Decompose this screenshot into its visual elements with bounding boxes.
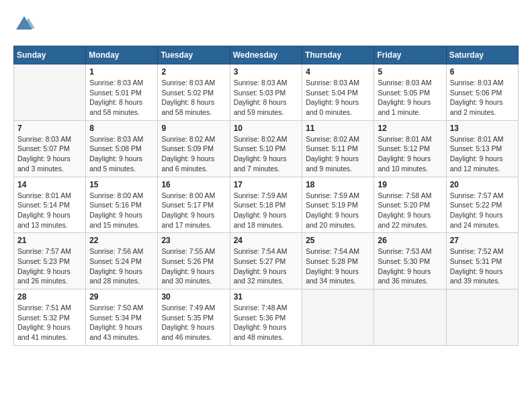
day-info: Sunrise: 8:01 AMSunset: 5:14 PMDaylight:… bbox=[17, 191, 82, 230]
header-sunday: Sunday bbox=[14, 46, 86, 64]
day-number: 17 bbox=[234, 180, 299, 189]
calendar-week-row: 28Sunrise: 7:51 AMSunset: 5:32 PMDayligh… bbox=[14, 289, 519, 346]
calendar-cell: 5Sunrise: 8:03 AMSunset: 5:05 PMDaylight… bbox=[374, 64, 446, 121]
calendar-header-row: SundayMondayTuesdayWednesdayThursdayFrid… bbox=[14, 46, 519, 64]
day-number: 25 bbox=[306, 236, 370, 245]
calendar-cell: 3Sunrise: 8:03 AMSunset: 5:03 PMDaylight… bbox=[230, 64, 302, 121]
calendar-cell: 28Sunrise: 7:51 AMSunset: 5:32 PMDayligh… bbox=[14, 289, 86, 346]
calendar-cell: 27Sunrise: 7:52 AMSunset: 5:31 PMDayligh… bbox=[446, 233, 518, 289]
calendar-cell bbox=[14, 64, 86, 121]
calendar-cell: 30Sunrise: 7:49 AMSunset: 5:35 PMDayligh… bbox=[158, 289, 230, 346]
calendar-cell: 21Sunrise: 7:57 AMSunset: 5:23 PMDayligh… bbox=[14, 233, 86, 289]
day-number: 30 bbox=[161, 292, 226, 302]
day-number: 14 bbox=[17, 180, 82, 189]
calendar-week-row: 14Sunrise: 8:01 AMSunset: 5:14 PMDayligh… bbox=[14, 177, 519, 233]
day-info: Sunrise: 8:03 AMSunset: 5:04 PMDaylight:… bbox=[306, 78, 370, 118]
calendar-cell: 22Sunrise: 7:56 AMSunset: 5:24 PMDayligh… bbox=[86, 233, 158, 289]
day-number: 31 bbox=[234, 292, 299, 302]
day-number: 8 bbox=[89, 124, 154, 133]
calendar-cell: 11Sunrise: 8:02 AMSunset: 5:11 PMDayligh… bbox=[302, 120, 374, 177]
calendar-cell: 29Sunrise: 7:50 AMSunset: 5:34 PMDayligh… bbox=[86, 289, 158, 346]
day-number: 2 bbox=[161, 67, 226, 77]
calendar-cell: 25Sunrise: 7:54 AMSunset: 5:28 PMDayligh… bbox=[302, 233, 374, 289]
header-thursday: Thursday bbox=[302, 46, 374, 64]
day-number: 19 bbox=[378, 180, 442, 189]
calendar-cell: 26Sunrise: 7:53 AMSunset: 5:30 PMDayligh… bbox=[374, 233, 446, 289]
day-number: 7 bbox=[17, 124, 82, 133]
day-number: 5 bbox=[378, 67, 442, 77]
day-number: 26 bbox=[378, 236, 442, 245]
calendar-cell: 15Sunrise: 8:00 AMSunset: 5:16 PMDayligh… bbox=[86, 177, 158, 233]
logo bbox=[13, 13, 38, 35]
day-info: Sunrise: 8:02 AMSunset: 5:09 PMDaylight:… bbox=[161, 134, 226, 174]
calendar-cell: 2Sunrise: 8:03 AMSunset: 5:02 PMDaylight… bbox=[158, 64, 230, 121]
calendar-cell: 17Sunrise: 7:59 AMSunset: 5:18 PMDayligh… bbox=[230, 177, 302, 233]
day-info: Sunrise: 7:57 AMSunset: 5:22 PMDaylight:… bbox=[450, 191, 515, 230]
calendar-cell: 1Sunrise: 8:03 AMSunset: 5:01 PMDaylight… bbox=[86, 64, 158, 121]
day-info: Sunrise: 8:03 AMSunset: 5:01 PMDaylight:… bbox=[89, 78, 154, 118]
calendar-cell: 19Sunrise: 7:58 AMSunset: 5:20 PMDayligh… bbox=[374, 177, 446, 233]
calendar-cell: 10Sunrise: 8:02 AMSunset: 5:10 PMDayligh… bbox=[230, 120, 302, 177]
day-info: Sunrise: 8:02 AMSunset: 5:11 PMDaylight:… bbox=[306, 134, 370, 174]
day-info: Sunrise: 7:59 AMSunset: 5:18 PMDaylight:… bbox=[234, 191, 299, 230]
day-info: Sunrise: 8:03 AMSunset: 5:05 PMDaylight:… bbox=[378, 78, 442, 118]
day-number: 20 bbox=[450, 180, 515, 189]
calendar-cell: 18Sunrise: 7:59 AMSunset: 5:19 PMDayligh… bbox=[302, 177, 374, 233]
calendar-week-row: 7Sunrise: 8:03 AMSunset: 5:07 PMDaylight… bbox=[14, 120, 519, 177]
day-info: Sunrise: 7:50 AMSunset: 5:34 PMDaylight:… bbox=[89, 303, 154, 342]
day-number: 12 bbox=[378, 124, 442, 133]
day-info: Sunrise: 8:00 AMSunset: 5:16 PMDaylight:… bbox=[89, 191, 154, 230]
day-number: 4 bbox=[306, 67, 370, 77]
day-info: Sunrise: 7:54 AMSunset: 5:28 PMDaylight:… bbox=[306, 246, 370, 286]
day-number: 23 bbox=[161, 236, 226, 245]
day-number: 15 bbox=[89, 180, 154, 189]
day-number: 13 bbox=[450, 124, 515, 133]
day-number: 11 bbox=[306, 124, 370, 133]
day-info: Sunrise: 8:00 AMSunset: 5:17 PMDaylight:… bbox=[161, 191, 226, 230]
day-info: Sunrise: 8:03 AMSunset: 5:07 PMDaylight:… bbox=[17, 134, 82, 174]
calendar-cell: 23Sunrise: 7:55 AMSunset: 5:26 PMDayligh… bbox=[158, 233, 230, 289]
day-number: 18 bbox=[306, 180, 370, 189]
calendar-cell bbox=[374, 289, 446, 346]
day-number: 24 bbox=[234, 236, 299, 245]
calendar-cell bbox=[302, 289, 374, 346]
day-info: Sunrise: 8:01 AMSunset: 5:12 PMDaylight:… bbox=[378, 134, 442, 174]
day-info: Sunrise: 7:53 AMSunset: 5:30 PMDaylight:… bbox=[378, 246, 442, 286]
day-info: Sunrise: 7:52 AMSunset: 5:31 PMDaylight:… bbox=[450, 246, 515, 286]
calendar-cell: 7Sunrise: 8:03 AMSunset: 5:07 PMDaylight… bbox=[14, 120, 86, 177]
header-monday: Monday bbox=[86, 46, 158, 64]
day-info: Sunrise: 8:03 AMSunset: 5:08 PMDaylight:… bbox=[89, 134, 154, 174]
day-info: Sunrise: 7:56 AMSunset: 5:24 PMDaylight:… bbox=[89, 246, 154, 286]
day-info: Sunrise: 7:49 AMSunset: 5:35 PMDaylight:… bbox=[161, 303, 226, 342]
day-number: 3 bbox=[234, 67, 299, 77]
calendar-cell: 9Sunrise: 8:02 AMSunset: 5:09 PMDaylight… bbox=[158, 120, 230, 177]
day-info: Sunrise: 8:02 AMSunset: 5:10 PMDaylight:… bbox=[234, 134, 299, 174]
day-number: 10 bbox=[234, 124, 299, 133]
day-number: 21 bbox=[17, 236, 82, 245]
day-number: 9 bbox=[161, 124, 226, 133]
day-info: Sunrise: 7:59 AMSunset: 5:19 PMDaylight:… bbox=[306, 191, 370, 230]
day-number: 27 bbox=[450, 236, 515, 245]
calendar-cell: 8Sunrise: 8:03 AMSunset: 5:08 PMDaylight… bbox=[86, 120, 158, 177]
calendar-cell: 4Sunrise: 8:03 AMSunset: 5:04 PMDaylight… bbox=[302, 64, 374, 121]
day-info: Sunrise: 8:01 AMSunset: 5:13 PMDaylight:… bbox=[450, 134, 515, 174]
header-tuesday: Tuesday bbox=[158, 46, 230, 64]
calendar-cell: 13Sunrise: 8:01 AMSunset: 5:13 PMDayligh… bbox=[446, 120, 518, 177]
day-info: Sunrise: 8:03 AMSunset: 5:03 PMDaylight:… bbox=[234, 78, 299, 118]
header-friday: Friday bbox=[374, 46, 446, 64]
calendar-week-row: 1Sunrise: 8:03 AMSunset: 5:01 PMDaylight… bbox=[14, 64, 519, 121]
day-info: Sunrise: 7:58 AMSunset: 5:20 PMDaylight:… bbox=[378, 191, 442, 230]
calendar-cell: 6Sunrise: 8:03 AMSunset: 5:06 PMDaylight… bbox=[446, 64, 518, 121]
day-number: 28 bbox=[17, 292, 82, 302]
header-saturday: Saturday bbox=[446, 46, 518, 64]
day-info: Sunrise: 7:57 AMSunset: 5:23 PMDaylight:… bbox=[17, 246, 82, 286]
calendar-cell: 20Sunrise: 7:57 AMSunset: 5:22 PMDayligh… bbox=[446, 177, 518, 233]
header bbox=[13, 13, 519, 35]
calendar-cell: 24Sunrise: 7:54 AMSunset: 5:27 PMDayligh… bbox=[230, 233, 302, 289]
day-info: Sunrise: 7:54 AMSunset: 5:27 PMDaylight:… bbox=[234, 246, 299, 286]
day-info: Sunrise: 7:51 AMSunset: 5:32 PMDaylight:… bbox=[17, 303, 82, 342]
calendar-week-row: 21Sunrise: 7:57 AMSunset: 5:23 PMDayligh… bbox=[14, 233, 519, 289]
day-info: Sunrise: 8:03 AMSunset: 5:06 PMDaylight:… bbox=[450, 78, 515, 118]
calendar-cell: 31Sunrise: 7:48 AMSunset: 5:36 PMDayligh… bbox=[230, 289, 302, 346]
calendar-cell: 14Sunrise: 8:01 AMSunset: 5:14 PMDayligh… bbox=[14, 177, 86, 233]
